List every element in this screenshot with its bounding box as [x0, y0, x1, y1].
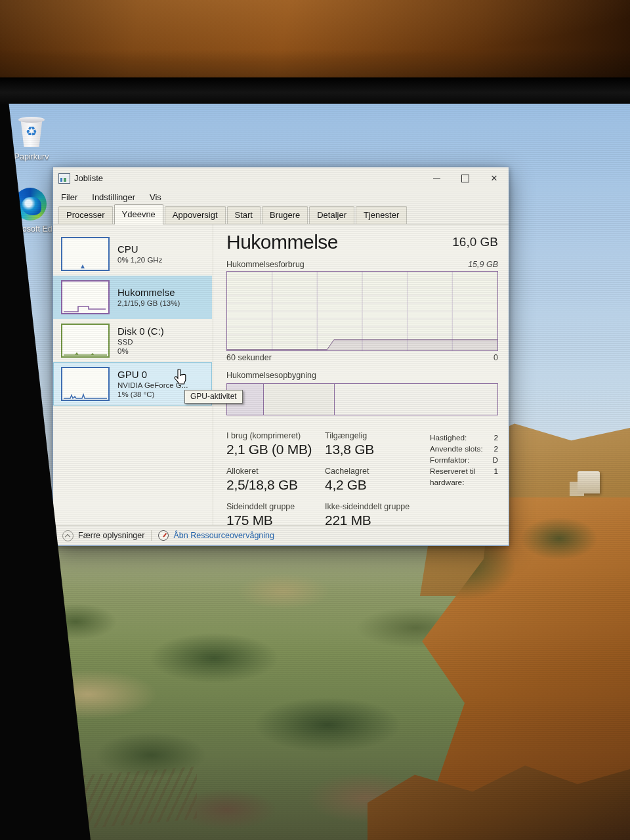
- close-icon: ✕: [491, 173, 498, 183]
- disk-detail-2: 0%: [117, 346, 164, 356]
- disk-label: Disk 0 (C:): [117, 326, 164, 337]
- minimize-button[interactable]: [422, 167, 451, 189]
- maximize-icon: [461, 175, 469, 182]
- sidebar-item-cpu[interactable]: CPU 0% 1,20 GHz: [53, 232, 212, 276]
- hw-stat-label: Anvendte slots:: [430, 444, 483, 455]
- stat-label: Allokeret: [226, 467, 325, 476]
- stat-value: 221 MB: [325, 513, 430, 528]
- memory-usage-chart: [226, 271, 498, 351]
- gpu-detail: NVIDIA GeForce G...: [117, 381, 188, 390]
- fewer-details-button[interactable]: Færre oplysninger: [62, 530, 144, 541]
- title-bar[interactable]: Jobliste ✕: [53, 167, 509, 189]
- usage-chart-label: Hukommelsesforbrug: [226, 260, 304, 269]
- cpu-mini-chart: [61, 237, 110, 271]
- hw-stat-value: D: [492, 455, 498, 466]
- memory-stats-grid: I brug (komprimeret)2,1 GB (0 MB) Tilgæn…: [226, 431, 430, 528]
- hw-stat-value: 2: [494, 432, 498, 444]
- composition-segment-modified: [264, 384, 334, 415]
- hw-stat-value: 1: [494, 466, 498, 488]
- stat-label: I brug (komprimeret): [226, 431, 325, 440]
- footer-divider: [151, 530, 152, 541]
- stat-value: 4,2 GB: [325, 477, 430, 493]
- disk-mini-chart: [61, 324, 110, 358]
- disk-detail: SSD: [117, 337, 164, 346]
- menu-bar: Filer Indstillinger Vis: [53, 189, 509, 205]
- gpu-detail-2: 1% (38 °C): [117, 390, 188, 399]
- stat-value: 175 MB: [226, 513, 325, 528]
- menu-vis[interactable]: Vis: [150, 192, 161, 202]
- tab-ydeevne[interactable]: Ydeevne: [114, 204, 163, 224]
- tab-tjenester[interactable]: Tjenester: [356, 206, 407, 224]
- gpu-activity-tooltip: GPU-aktivitet: [184, 390, 243, 404]
- usage-chart-max: 15,9 GB: [468, 260, 498, 269]
- hw-stat-label: Reserveret til hardware:: [430, 466, 494, 488]
- chart-x-left: 60 sekunder: [226, 353, 272, 362]
- memory-mini-chart: [61, 280, 110, 314]
- menu-indstillinger[interactable]: Indstillinger: [92, 192, 135, 202]
- composition-segment-free: [335, 384, 497, 415]
- stat-label: Ikke-sideinddelt gruppe: [325, 502, 430, 511]
- pane-title: Hukommelse: [226, 231, 338, 253]
- performance-sidebar: CPU 0% 1,20 GHz Hukommelse 2,1/15,9 G: [53, 224, 213, 525]
- tab-detaljer[interactable]: Detaljer: [309, 206, 354, 224]
- stat-value: 2,1 GB (0 MB): [226, 442, 325, 457]
- cpu-detail: 0% 1,20 GHz: [117, 255, 162, 264]
- maximize-button[interactable]: [451, 167, 480, 189]
- desktop-screen: ♻ Papirkurv Microsoft Ed Jobliste ✕ File…: [0, 104, 630, 840]
- stat-value: 13,8 GB: [325, 442, 430, 457]
- open-resource-monitor-link[interactable]: Åbn Ressourceovervågning: [158, 530, 274, 541]
- tab-brugere[interactable]: Brugere: [262, 206, 308, 224]
- gpu-label: GPU 0: [117, 369, 188, 381]
- cpu-label: CPU: [117, 243, 162, 255]
- stat-value: 2,5/18,8 GB: [226, 477, 325, 493]
- task-manager-window: Jobliste ✕ Filer Indstillinger Vis Proce…: [52, 167, 509, 546]
- memory-total: 16,0 GB: [452, 231, 498, 249]
- memory-label: Hukommelse: [117, 287, 180, 299]
- close-button[interactable]: ✕: [480, 167, 509, 189]
- memory-detail: 2,1/15,9 GB (13%): [117, 299, 180, 308]
- app-icon: [58, 173, 70, 184]
- chart-x-right: 0: [494, 353, 498, 362]
- hw-stat-label: Formfaktor:: [430, 455, 469, 466]
- recycle-bin-icon: ♻: [14, 113, 49, 150]
- wallpaper-tower: [578, 471, 600, 494]
- memory-detail-pane: Hukommelse 16,0 GB Hukommelsesforbrug 15…: [213, 224, 509, 525]
- monitor-bezel: [0, 77, 630, 105]
- stat-label: Cachelagret: [325, 467, 430, 476]
- wall-background: [0, 0, 630, 82]
- window-title: Jobliste: [74, 173, 103, 183]
- composition-label: Hukommelsesopbygning: [226, 371, 498, 380]
- fewer-details-label: Færre oplysninger: [78, 531, 144, 540]
- minimize-icon: [433, 178, 440, 179]
- resource-monitor-icon: [158, 530, 169, 541]
- resource-monitor-label: Åbn Ressourceovervågning: [173, 531, 274, 540]
- sidebar-item-disk[interactable]: Disk 0 (C:) SSD 0%: [53, 319, 212, 362]
- tab-start[interactable]: Start: [227, 206, 261, 224]
- tab-bar: Processer Ydeevne Appoversigt Start Brug…: [53, 205, 509, 224]
- sidebar-item-memory[interactable]: Hukommelse 2,1/15,9 GB (13%): [53, 276, 212, 319]
- hw-stat-value: 2: [494, 444, 498, 455]
- gpu-mini-chart: [61, 367, 110, 401]
- hw-stat-label: Hastighed:: [430, 432, 467, 444]
- memory-composition-bar: [226, 383, 498, 415]
- chevron-up-icon: [62, 530, 74, 541]
- stat-label: Sideinddelt gruppe: [226, 502, 325, 511]
- stat-label: Tilgængelig: [325, 431, 430, 440]
- tab-processer[interactable]: Processer: [58, 206, 113, 224]
- hardware-stats: Hastighed:2 Anvendte slots:2 Formfaktor:…: [430, 431, 498, 528]
- menu-filer[interactable]: Filer: [61, 192, 77, 202]
- tab-appoversigt[interactable]: Appoversigt: [165, 206, 226, 224]
- photo-of-monitor: ♻ Papirkurv Microsoft Ed Jobliste ✕ File…: [0, 0, 630, 840]
